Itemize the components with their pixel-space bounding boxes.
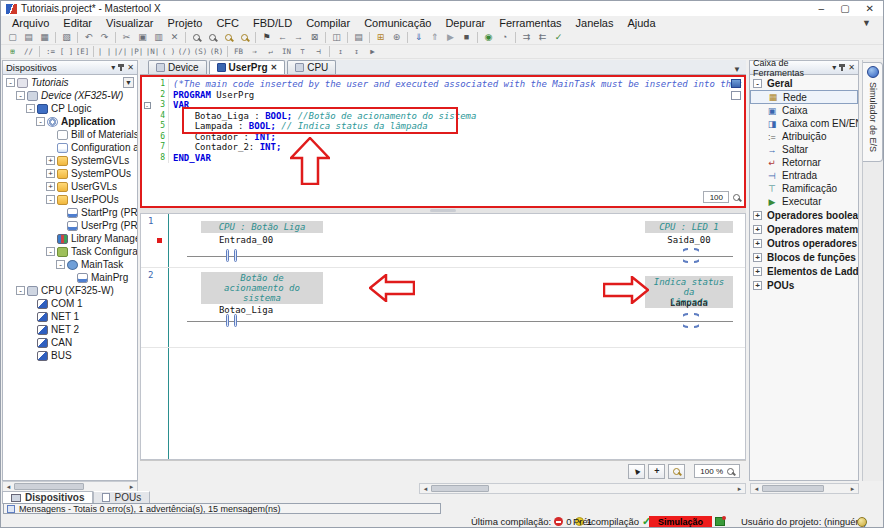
toolbar-runtime-clock-button[interactable]: ◔ bbox=[497, 31, 512, 44]
tree-item-userpous[interactable]: -UserPOUs bbox=[3, 193, 137, 206]
magnify-button[interactable] bbox=[668, 464, 685, 479]
declaration-zoom-icon[interactable] bbox=[733, 194, 740, 201]
toolbox-item-atribuicao[interactable]: :=Atribuição bbox=[750, 130, 858, 143]
toolbar-ld-contact-rising-button[interactable]: |P| bbox=[129, 45, 144, 58]
maximize-button[interactable]: ▢ bbox=[840, 3, 849, 14]
contact-symbol[interactable] bbox=[226, 249, 237, 262]
toolbox-item-ramificacao[interactable]: ⊤Ramificação bbox=[750, 182, 858, 195]
toolbar-undo-button[interactable]: ↶ bbox=[81, 31, 96, 44]
menu-editar[interactable]: Editar bbox=[56, 17, 99, 29]
tab-userprg[interactable]: UserPrg ✕ bbox=[209, 60, 286, 74]
tree-item-usergvls[interactable]: +UserGVLs bbox=[3, 180, 137, 193]
toolbar-ld-input-button[interactable]: IN bbox=[279, 45, 294, 58]
toolbar-ld-contact-button[interactable]: | | bbox=[97, 45, 112, 58]
filter-funnel-icon[interactable]: ▼ bbox=[862, 18, 879, 28]
menu-visualizar[interactable]: Visualizar bbox=[99, 17, 161, 29]
toolbox-item-entrada[interactable]: ⊣Entrada bbox=[750, 169, 858, 182]
coil-variable-label[interactable]: Saida_00 bbox=[645, 235, 733, 245]
scroll-right-icon[interactable]: ▸ bbox=[847, 484, 858, 493]
toolbox-group-operadores-matem-ticos[interactable]: +Operadores matemáticos bbox=[750, 222, 858, 236]
coil-symbol[interactable] bbox=[683, 313, 699, 331]
toolbar-write-values-button[interactable]: ⇇ bbox=[535, 31, 550, 44]
toolbox-item-executar[interactable]: ▶Executar bbox=[750, 195, 858, 208]
toolbar-ld-coil-button[interactable]: ( ) bbox=[161, 45, 176, 58]
collapse-icon[interactable]: - bbox=[16, 286, 25, 295]
ladder-hscrollbar[interactable]: ◂ ▸ bbox=[419, 483, 746, 494]
code-line-6[interactable]: 6 Contador : INT; bbox=[142, 132, 744, 143]
ladder-zoom-value[interactable]: 100 % bbox=[700, 467, 723, 476]
tree-item-application[interactable]: -Application bbox=[3, 115, 137, 128]
contact-variable-label[interactable]: Entrada_00 bbox=[191, 235, 301, 245]
tree-item-startprg-prg-[interactable]: StartPrg (PRG) bbox=[3, 206, 137, 219]
expand-icon[interactable]: + bbox=[753, 253, 762, 262]
tab-close-icon[interactable]: ✕ bbox=[270, 63, 277, 72]
toolbar-ld-branch-close-button[interactable]: ⊣ bbox=[311, 45, 326, 58]
ladder-network-1[interactable]: 1 CPU : Botão Liga Entrada_00 CPU : LED … bbox=[141, 214, 745, 268]
tree-item-systempous[interactable]: +SystemPOUs bbox=[3, 167, 137, 180]
expand-icon[interactable]: + bbox=[753, 211, 762, 220]
toolbar-static-analysis-button[interactable]: ✓ bbox=[551, 31, 566, 44]
toolbar-login-button[interactable]: ⇓ bbox=[411, 31, 426, 44]
menu-arquivo[interactable]: Arquivo bbox=[5, 17, 56, 29]
menu-janelas[interactable]: Janelas bbox=[569, 17, 621, 29]
menu-ferramentas[interactable]: Ferramentas bbox=[492, 17, 568, 29]
toolbar-find-button[interactable] bbox=[189, 31, 204, 44]
contact-symbol[interactable] bbox=[226, 314, 237, 327]
menu-compilar[interactable]: Compilar bbox=[299, 17, 357, 29]
expand-icon[interactable]: + bbox=[753, 267, 762, 276]
toolbar-redo-button[interactable]: ↷ bbox=[97, 31, 112, 44]
collapse-icon[interactable]: - bbox=[753, 79, 762, 88]
toolbar-ld-move-up-button[interactable]: ↥ bbox=[333, 45, 348, 58]
toolbox-item-caixa-en-eno[interactable]: ◨Caixa com EN/ENO bbox=[750, 117, 858, 130]
toolbar-new-file-button[interactable]: ▢ bbox=[5, 31, 20, 44]
toolbar-clear-bookmarks-button[interactable]: ⊠ bbox=[307, 31, 322, 44]
close-button[interactable]: ✕ bbox=[866, 3, 874, 14]
toolbox-group-outros-operadores[interactable]: +Outros operadores bbox=[750, 236, 858, 250]
panel-close-icon[interactable]: ✕ bbox=[848, 63, 855, 72]
scroll-thumb[interactable] bbox=[762, 485, 824, 492]
code-line-5[interactable]: 5 Lampada : BOOL; // Indica status da lâ… bbox=[142, 121, 744, 132]
fold-collapse-icon[interactable]: - bbox=[144, 102, 151, 109]
menu-cfc[interactable]: CFC bbox=[209, 17, 246, 29]
panel-menu-icon[interactable]: ▾ bbox=[832, 63, 836, 72]
toolbar-ld-execute-button[interactable]: ▶ bbox=[365, 45, 380, 58]
toolbar-ld-coil-set-button[interactable]: (S) bbox=[193, 45, 208, 58]
toolbar-ld-coil-negated-button[interactable]: (/) bbox=[177, 45, 192, 58]
toolbar-ld-box-button[interactable]: [ ] bbox=[59, 45, 74, 58]
expand-icon[interactable]: + bbox=[753, 225, 762, 234]
collapse-icon[interactable]: - bbox=[26, 104, 35, 113]
io-simulator-tab[interactable]: Simulador de E/S bbox=[863, 62, 883, 162]
tree-item-mainprg[interactable]: MainPrg bbox=[3, 271, 137, 284]
tree-item-net-2[interactable]: NET 2 bbox=[3, 323, 137, 336]
collapse-icon[interactable]: - bbox=[36, 117, 45, 126]
menu-ajuda[interactable]: Ajuda bbox=[620, 17, 662, 29]
ladder-editor[interactable]: 1 CPU : Botão Liga Entrada_00 CPU : LED … bbox=[140, 213, 746, 460]
toolbar-replace-in-project-button[interactable] bbox=[237, 31, 252, 44]
tree-item-com-1[interactable]: COM 1 bbox=[3, 297, 137, 310]
toolbar-properties-button[interactable]: ▤ bbox=[351, 31, 366, 44]
contact-comment-box[interactable]: CPU : Botão Liga bbox=[201, 221, 323, 233]
tree-item-device-xf325-w-[interactable]: -Device (XF325-W) bbox=[3, 89, 137, 102]
menu-fbd/ld[interactable]: FBD/LD bbox=[246, 17, 299, 29]
declaration-zoom-value[interactable]: 100 bbox=[703, 191, 729, 203]
scroll-thumb[interactable] bbox=[431, 485, 489, 492]
scroll-thumb[interactable] bbox=[14, 483, 84, 490]
pan-move-button[interactable]: + bbox=[648, 464, 665, 479]
tree-item-bus[interactable]: BUS bbox=[3, 349, 137, 362]
pin-icon[interactable] bbox=[120, 64, 122, 71]
expand-icon[interactable]: + bbox=[46, 169, 55, 178]
toolbar-ld-contact-negated-button[interactable]: |/| bbox=[113, 45, 128, 58]
code-line-2[interactable]: 2PROGRAM UserPrg bbox=[142, 90, 744, 101]
tree-item-configuration-and-c[interactable]: Configuration and C bbox=[3, 141, 137, 154]
contact-variable-label[interactable]: Botao_Liga bbox=[191, 305, 301, 315]
code-line-3[interactable]: -3VAR bbox=[142, 100, 744, 111]
scroll-left-icon[interactable]: ◂ bbox=[420, 484, 431, 493]
tree-item-can[interactable]: CAN bbox=[3, 336, 137, 349]
tree-item-net-1[interactable]: NET 1 bbox=[3, 310, 137, 323]
toolbox-group-elementos-de-ladder[interactable]: +Elementos de Ladder bbox=[750, 264, 858, 278]
toolbox-group-blocos-de-fun-es[interactable]: +Blocos de funções bbox=[750, 250, 858, 264]
toolbar-generate-code-button[interactable]: ⊛ bbox=[389, 31, 404, 44]
menu-depurar[interactable]: Depurar bbox=[438, 17, 492, 29]
toolbar-replace-button[interactable] bbox=[205, 31, 220, 44]
toolbar-ld-function-block-button[interactable]: FB bbox=[231, 45, 246, 58]
